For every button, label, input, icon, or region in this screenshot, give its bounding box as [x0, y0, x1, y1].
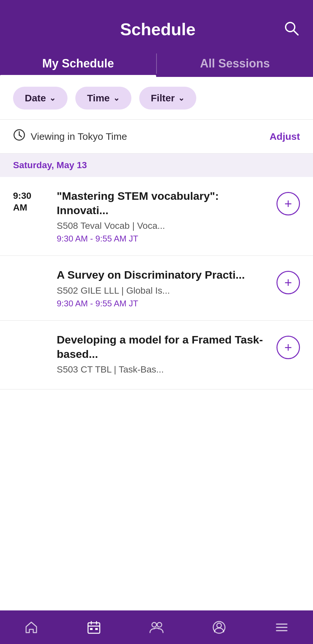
tab-my-schedule[interactable]: My Schedule: [0, 47, 156, 77]
session-time: [13, 268, 49, 269]
session-subtitle: S503 CT TBL | Task-Bas...: [57, 364, 269, 375]
session-title[interactable]: "Mastering STEM vocabulary": Innovati...: [57, 189, 269, 217]
svg-rect-5: [88, 623, 100, 633]
date-section-header: Saturday, May 13: [0, 154, 313, 177]
svg-line-4: [19, 135, 22, 137]
filter-chevron-icon: ⌄: [178, 94, 185, 103]
session-title[interactable]: Developing a model for a Framed Task-bas…: [57, 332, 269, 361]
session-time: 9:30 AM: [13, 189, 49, 214]
session-row: Developing a model for a Framed Task-bas…: [0, 321, 313, 389]
profile-icon: [211, 620, 227, 637]
svg-point-12: [157, 622, 162, 627]
add-session-button[interactable]: +: [276, 336, 300, 359]
menu-icon: [274, 620, 290, 637]
search-icon[interactable]: [283, 20, 300, 39]
session-row: 9:30 AM "Mastering STEM vocabulary": Inn…: [0, 177, 313, 256]
header: Schedule: [0, 0, 313, 47]
page-title: Schedule: [33, 20, 283, 39]
session-row: A Survey on Discriminatory Practi... S50…: [0, 256, 313, 320]
svg-rect-9: [90, 628, 93, 630]
session-content: Developing a model for a Framed Task-bas…: [57, 332, 269, 377]
svg-rect-10: [95, 628, 98, 630]
nav-home[interactable]: [23, 620, 39, 637]
session-content: "Mastering STEM vocabulary": Innovati...…: [57, 189, 269, 244]
tab-all-sessions[interactable]: All Sessions: [157, 47, 313, 77]
filters-bar: Date ⌄ Time ⌄ Filter ⌄: [0, 77, 313, 120]
add-session-button[interactable]: +: [276, 271, 300, 294]
filter-filter-button[interactable]: Filter ⌄: [139, 87, 196, 110]
schedule-icon: [86, 620, 102, 637]
nav-people[interactable]: [149, 620, 164, 637]
timezone-bar: Viewing in Tokyo Time Adjust: [0, 120, 313, 154]
bottom-spacer: [0, 389, 313, 442]
add-session-button[interactable]: +: [276, 192, 300, 215]
tabs-container: My Schedule All Sessions: [0, 47, 313, 77]
plus-icon: +: [284, 197, 292, 210]
nav-schedule[interactable]: [86, 620, 102, 637]
plus-icon: +: [284, 276, 292, 289]
time-filter-button[interactable]: Time ⌄: [75, 87, 131, 110]
plus-icon: +: [284, 341, 292, 354]
session-subtitle: S502 GILE LLL | Global Is...: [57, 285, 269, 296]
session-schedule-time: 9:30 AM - 9:55 AM JT: [57, 234, 269, 244]
svg-point-11: [152, 622, 156, 627]
session-time: [13, 332, 49, 334]
session-title[interactable]: A Survey on Discriminatory Practi...: [57, 268, 269, 282]
clock-icon: [13, 129, 25, 144]
svg-point-14: [217, 623, 221, 628]
nav-profile[interactable]: [211, 620, 227, 637]
svg-line-1: [293, 30, 298, 35]
timezone-text: Viewing in Tokyo Time: [31, 131, 127, 142]
session-schedule-time: 9:30 AM - 9:55 AM JT: [57, 299, 269, 309]
adjust-timezone-button[interactable]: Adjust: [270, 131, 300, 142]
bottom-nav: [0, 610, 313, 644]
nav-menu[interactable]: [274, 620, 290, 637]
sessions-list: 9:30 AM "Mastering STEM vocabulary": Inn…: [0, 177, 313, 389]
date-chevron-icon: ⌄: [49, 94, 56, 103]
time-chevron-icon: ⌄: [113, 94, 120, 103]
timezone-info: Viewing in Tokyo Time: [13, 129, 127, 144]
session-subtitle: S508 Teval Vocab | Voca...: [57, 221, 269, 231]
people-icon: [149, 620, 164, 637]
date-filter-button[interactable]: Date ⌄: [13, 87, 67, 110]
session-content: A Survey on Discriminatory Practi... S50…: [57, 268, 269, 308]
home-icon: [23, 620, 39, 637]
